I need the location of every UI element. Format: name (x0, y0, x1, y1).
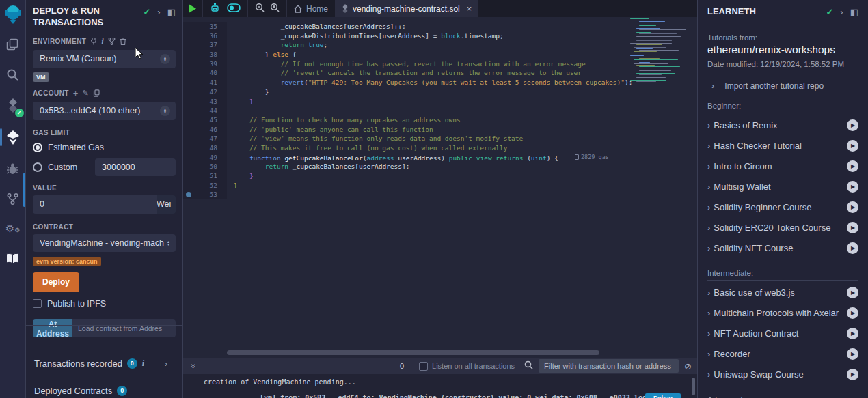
line-gutter[interactable]: 49 (183, 153, 227, 162)
listen-all-checkbox[interactable] (419, 362, 428, 371)
play-tutorial-button[interactable]: ▶ (847, 369, 858, 380)
line-gutter[interactable]: 38 (183, 50, 227, 59)
line-gutter[interactable]: 42 (183, 87, 227, 97)
play-tutorial-button[interactable]: ▶ (847, 201, 858, 213)
clear-terminal-icon[interactable]: ⊘ (684, 361, 692, 371)
breakpoint-margin[interactable] (183, 87, 194, 97)
solidity-compiler-icon[interactable]: ✓ (0, 93, 26, 119)
line-gutter[interactable]: 44 (183, 106, 227, 115)
remixai-assistant-icon[interactable] (210, 3, 220, 15)
breakpoint-margin[interactable] (183, 153, 194, 162)
plugin-manager-icon[interactable]: ⚙⚙ (0, 217, 26, 240)
play-tutorial-button[interactable]: ▶ (847, 242, 858, 254)
breakpoint-icon[interactable] (186, 192, 191, 197)
play-tutorial-button[interactable]: ▶ (847, 181, 858, 193)
chevron-right-icon[interactable]: › (840, 7, 843, 17)
edit-icon[interactable]: ✎ (82, 89, 88, 97)
remix-logo-icon[interactable] (0, 3, 26, 26)
breakpoint-margin[interactable] (183, 78, 194, 87)
expand-terminal-icon[interactable]: » (189, 361, 198, 371)
tutorial-item[interactable]: ›NFT Auction Contract▶ (707, 323, 858, 343)
line-gutter[interactable]: 43 (183, 97, 227, 106)
line-gutter[interactable]: 41 (183, 78, 227, 87)
breakpoint-margin[interactable] (183, 68, 194, 78)
debug-button[interactable]: Debug (645, 393, 681, 398)
line-gutter[interactable]: 53 (183, 190, 227, 199)
breakpoint-margin[interactable] (183, 171, 194, 181)
environment-select[interactable]: Remix VM (Cancun) ▲▼ (33, 50, 176, 68)
play-tutorial-button[interactable]: ▶ (847, 348, 858, 360)
breakpoint-margin[interactable] (183, 125, 194, 134)
play-tutorial-button[interactable]: ▶ (847, 222, 858, 233)
custom-gas-input[interactable] (95, 158, 176, 176)
git-icon[interactable] (0, 187, 26, 210)
at-address-input[interactable] (72, 319, 176, 337)
line-gutter[interactable]: 40 (183, 68, 227, 78)
deploy-button[interactable]: Deploy (33, 272, 79, 292)
copy-icon[interactable] (93, 89, 100, 97)
minimap[interactable] (629, 18, 692, 91)
breakpoint-margin[interactable] (183, 143, 194, 153)
deployed-contracts-row[interactable]: Deployed Contracts 0 (33, 377, 176, 398)
line-gutter[interactable]: 47 (183, 134, 227, 143)
breakpoint-margin[interactable] (183, 162, 194, 171)
tab-vending-machine-contract[interactable]: vending-machine-contract.sol × (335, 0, 478, 17)
info-icon[interactable]: i (142, 358, 144, 369)
at-address-button[interactable]: At Address (33, 319, 72, 337)
breakpoint-margin[interactable] (183, 50, 194, 59)
plus-icon[interactable]: + (73, 89, 79, 98)
line-gutter[interactable]: 45 (183, 115, 227, 125)
plug-icon[interactable] (90, 38, 97, 45)
deploy-and-run-icon[interactable] (0, 126, 26, 150)
line-gutter[interactable]: 35 (183, 22, 227, 31)
tutorial-item[interactable]: ›Solidity ERC20 Token Course▶ (707, 217, 858, 238)
breakpoint-margin[interactable] (183, 190, 194, 199)
breakpoint-margin[interactable] (183, 59, 194, 69)
file-explorer-icon[interactable] (0, 33, 26, 56)
chevron-right-icon[interactable]: › (157, 7, 160, 17)
close-tab-icon[interactable]: × (467, 3, 472, 14)
tab-home[interactable]: Home (287, 0, 335, 17)
fork-icon[interactable] (108, 38, 116, 45)
transactions-recorded-row[interactable]: Transactions recorded 0 i › (33, 350, 176, 377)
panel-layout-icon[interactable]: ◧ (167, 7, 176, 17)
line-gutter[interactable]: 46 (183, 125, 227, 134)
learneth-icon[interactable] (0, 247, 26, 270)
terminal-filter-input[interactable] (539, 359, 679, 373)
trash-icon[interactable] (120, 38, 126, 45)
zoom-in-icon[interactable] (270, 3, 280, 14)
search-icon[interactable] (0, 63, 26, 86)
play-tutorial-button[interactable]: ▶ (847, 287, 858, 298)
tutorial-item[interactable]: ›Intro to Circom▶ (707, 156, 858, 176)
tutorial-item[interactable]: ›Uniswap Swap Course▶ (707, 364, 858, 384)
tutorial-item[interactable]: ›Basics of Remix▶ (707, 115, 858, 135)
line-gutter[interactable]: 39 (183, 59, 227, 69)
debugger-icon[interactable] (0, 157, 26, 180)
line-gutter[interactable]: 50 (183, 162, 227, 171)
info-icon[interactable]: i (101, 38, 103, 46)
value-input[interactable] (33, 195, 157, 214)
value-unit-select[interactable]: Wei ▲▼ (157, 195, 176, 214)
tutorial-item[interactable]: ›Solidity NFT Course▶ (707, 238, 858, 258)
line-gutter[interactable]: 48 (183, 143, 227, 153)
copilot-toggle[interactable] (227, 3, 241, 14)
breakpoint-margin[interactable] (183, 106, 194, 115)
play-tutorial-button[interactable]: ▶ (847, 140, 858, 152)
horizontal-scrollbar[interactable] (227, 350, 599, 355)
chevron-right-icon[interactable]: › (165, 358, 167, 369)
terminal-scrollbar[interactable] (692, 378, 695, 395)
breakpoint-margin[interactable] (183, 40, 194, 50)
tutorial-item[interactable]: ›Multisig Wallet▶ (707, 176, 858, 197)
estimated-gas-radio[interactable] (33, 143, 42, 152)
tutorial-item[interactable]: ›Recorder▶ (707, 343, 858, 364)
play-tutorial-button[interactable]: ▶ (847, 328, 858, 339)
breakpoint-margin[interactable] (183, 31, 194, 41)
breakpoint-margin[interactable] (183, 181, 194, 190)
custom-gas-radio[interactable] (33, 162, 42, 172)
tutorial-item[interactable]: ›Basic use of web3.js▶ (707, 282, 858, 302)
publish-ipfs-checkbox[interactable] (33, 299, 42, 308)
line-gutter[interactable]: 37 (183, 40, 227, 50)
play-tutorial-button[interactable]: ▶ (847, 119, 858, 131)
code-editor[interactable]: 35 _cupcakeBalances[userAddress]++;36 _c… (183, 17, 697, 358)
run-script-button[interactable] (183, 0, 203, 17)
